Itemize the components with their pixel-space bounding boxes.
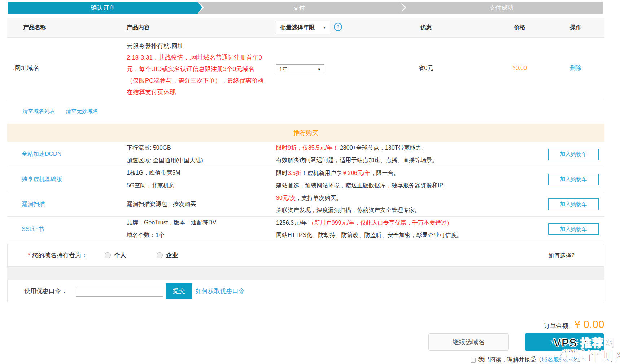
chevron-down-icon: ▼ bbox=[317, 67, 321, 71]
terms-checkbox[interactable] bbox=[471, 358, 476, 363]
promo-line: 限时9折，仅85.5元/年！ 2800+全球节点，130T带宽能力。 bbox=[276, 144, 545, 152]
order-total: 订单金额: ¥ 0.00 bbox=[544, 318, 604, 330]
recommended-row-scan: 漏洞扫描 漏洞扫描资源包：按次购买 30元/次，支持单次购买。 关联资产发现，深… bbox=[7, 192, 604, 217]
clear-invalid-domains-link[interactable]: 清空无效域名 bbox=[66, 108, 98, 115]
radio-icon[interactable] bbox=[105, 252, 111, 258]
order-total-value: ¥ 0.00 bbox=[575, 318, 604, 330]
delete-link[interactable]: 删除 bbox=[558, 64, 594, 72]
promo-segment: 2800+全球节点，130T带宽能力。 bbox=[338, 145, 427, 151]
col-header-discount: 优惠 bbox=[408, 24, 444, 31]
product-promo: 1256.3元/年 （新用户999元/年，仅此入口专享优惠，千万不要错过） 网站… bbox=[276, 216, 545, 242]
product-promo: 限时3.5折！虚机新用户享￥206元/年，限一台。 建站首选，预装网站环境，赠送… bbox=[276, 167, 545, 192]
terms-prefix: 我已阅读，理解并接受〔 bbox=[478, 356, 542, 363]
col-header-product-content: 产品内容 bbox=[127, 24, 150, 31]
order-total-label: 订单金额: bbox=[544, 322, 570, 330]
product-content: 1核1G，峰值带宽5M5G空间，北京机房 bbox=[127, 167, 269, 192]
promo-segment: ！虚机新用户享 bbox=[301, 170, 342, 176]
domain-content-title: 云服务器排行榜.网址 bbox=[127, 40, 266, 52]
domain-product-name: .网址域名 bbox=[13, 37, 39, 99]
promo-segment: 1256.3元/年 bbox=[276, 220, 309, 226]
batch-year-select-value: 批量选择年限 bbox=[280, 24, 315, 31]
col-header-action: 操作 bbox=[558, 24, 594, 31]
product-promo: 限时9折，仅85.5元/年！ 2800+全球节点，130T带宽能力。 有效解决访… bbox=[276, 142, 545, 167]
recommended-banner-title: 推荐购买 bbox=[294, 129, 318, 137]
required-mark: * bbox=[28, 252, 30, 259]
col-header-product-name: 产品名称 bbox=[23, 24, 46, 31]
product-content: 下行流量: 500GB加速区域: 全国通用(中国大陆) bbox=[127, 142, 269, 167]
content-line: 加速区域: 全国通用(中国大陆) bbox=[127, 157, 269, 165]
watermark-youle: 优乐评测网 bbox=[559, 347, 620, 364]
promo-segment: ，支持单次购买。 bbox=[296, 195, 342, 201]
col-header-price: 价格 bbox=[502, 24, 538, 31]
promo-line: 限时3.5折！虚机新用户享￥206元/年，限一台。 bbox=[276, 170, 545, 177]
step-payment: 支付 bbox=[198, 2, 400, 14]
recommended-row-dcdn: 全站加速DCDN 下行流量: 500GB加速区域: 全国通用(中国大陆) 限时9… bbox=[7, 142, 604, 167]
promo-segment: 限时9折，仅85.5元/年！ bbox=[276, 145, 338, 151]
promo-line: 关联资产发现，深度漏洞扫描，你的资产安全管理专家。 bbox=[276, 207, 545, 214]
step-confirm-order: 确认订单 bbox=[8, 2, 198, 14]
clear-domain-list-link[interactable]: 清空域名列表 bbox=[22, 108, 55, 115]
product-link[interactable]: SSL证书 bbox=[22, 216, 44, 242]
promo-segment: 3.5折 bbox=[288, 170, 301, 176]
promo-line: 网站HTTPS化、防劫持、防篡改、防监听、安全加密，彰显企业可信度。 bbox=[276, 232, 545, 239]
coupon-label: 使用优惠口令： bbox=[24, 287, 67, 295]
section-divider bbox=[7, 267, 604, 280]
recommended-row-vhost: 独享虚机基础版 1核1G，峰值带宽5M5G空间，北京机房 限时3.5折！虚机新用… bbox=[7, 167, 604, 192]
promo-line: 30元/次，支持单次购买。 bbox=[276, 194, 545, 202]
recommended-banner: 推荐购买 bbox=[7, 124, 604, 142]
promo-segment: ￥206元/年 bbox=[342, 170, 370, 176]
domain-product-content: 云服务器排行榜.网址 2.18-3.31，共战疫情，.网址域名普通词注册首年0元… bbox=[127, 40, 266, 98]
chevron-down-icon: ▼ bbox=[323, 26, 326, 30]
promo-line: 有效解决访问延迟问题，适用于站点加速、点播、直播等场景。 bbox=[276, 157, 545, 164]
add-to-cart-button[interactable]: 加入购物车 bbox=[548, 174, 599, 185]
radio-option-personal[interactable]: 个人 bbox=[105, 251, 126, 259]
step-payment-success: 支付成功 bbox=[400, 2, 603, 14]
radio-label: 企业 bbox=[166, 251, 178, 259]
clear-links: 清空域名列表 清空无效域名 bbox=[22, 108, 98, 115]
order-confirm-page: 确认订单 支付 支付成功 产品名称 产品内容 批量选择年限 ▼ ? 优惠 价格 … bbox=[0, 0, 620, 364]
table-header: 产品名称 产品内容 批量选择年限 ▼ ? 优惠 价格 操作 bbox=[7, 18, 604, 38]
radio-icon[interactable] bbox=[157, 252, 163, 258]
add-to-cart-button[interactable]: 加入购物车 bbox=[548, 149, 599, 160]
coupon-help-link[interactable]: 如何获取优惠口令 bbox=[196, 287, 245, 295]
how-to-choose-link[interactable]: 如何选择? bbox=[548, 251, 575, 259]
coupon-submit-button[interactable]: 提交 bbox=[166, 283, 192, 299]
product-link[interactable]: 漏洞扫描 bbox=[22, 192, 45, 216]
step-label: 支付 bbox=[293, 4, 305, 12]
step-label: 支付成功 bbox=[489, 4, 514, 12]
holder-label: 您的域名持有者为： bbox=[32, 251, 87, 259]
promo-segment: ，限一台。 bbox=[370, 170, 399, 176]
coupon-input[interactable] bbox=[76, 286, 163, 297]
promo-segment: 限时 bbox=[276, 170, 288, 176]
year-select-value: 1年 bbox=[279, 66, 288, 73]
product-promo: 30元/次，支持单次购买。 关联资产发现，深度漏洞扫描，你的资产安全管理专家。 bbox=[276, 192, 545, 216]
content-line: 域名个数：1个 bbox=[127, 232, 269, 239]
add-to-cart-button[interactable]: 加入购物车 bbox=[548, 223, 599, 235]
batch-year-select[interactable]: 批量选择年限 ▼ bbox=[276, 21, 330, 34]
content-line: 1核1G，峰值带宽5M bbox=[127, 169, 269, 177]
year-select[interactable]: 1年 ▼ bbox=[276, 64, 324, 74]
promo-line: 1256.3元/年 （新用户999元/年，仅此入口专享优惠，千万不要错过） bbox=[276, 219, 545, 227]
product-link[interactable]: 全站加速DCDN bbox=[22, 142, 61, 167]
content-line: 漏洞扫描资源包：按次购买 bbox=[127, 201, 269, 208]
content-line: 下行流量: 500GB bbox=[127, 144, 269, 152]
product-content: 品牌：GeoTrust，版本：通配符DV域名个数：1个 bbox=[127, 216, 269, 242]
promo-segment: 30元/次 bbox=[276, 195, 296, 201]
step-label: 确认订单 bbox=[91, 4, 115, 12]
recommended-row-ssl: SSL证书 品牌：GeoTrust，版本：通配符DV域名个数：1个 1256.3… bbox=[7, 216, 604, 242]
coupon-section: 使用优惠口令： 提交 如何获取优惠口令 bbox=[7, 280, 604, 302]
add-to-cart-button[interactable]: 加入购物车 bbox=[548, 198, 599, 210]
product-link[interactable]: 独享虚机基础版 bbox=[22, 167, 62, 192]
content-line: 品牌：GeoTrust，版本：通配符DV bbox=[127, 219, 269, 227]
product-content: 漏洞扫描资源包：按次购买 bbox=[127, 192, 269, 216]
content-line: 5G空间，北京机房 bbox=[127, 182, 269, 189]
domain-holder-section: * 您的域名持有者为： 个人 企业 如何选择? bbox=[7, 244, 604, 267]
discount-value: 省0元 bbox=[408, 64, 444, 72]
radio-label: 个人 bbox=[114, 251, 126, 259]
domain-promo-text: 2.18-3.31，共战疫情，.网址域名普通词注册首年0元，每个UID或实名认证… bbox=[127, 52, 266, 98]
continue-select-domain-button[interactable]: 继续选域名 bbox=[428, 333, 509, 351]
promo-line: 建站首选，预装网站环境，赠送正版数据库，独享服务器资源和IP。 bbox=[276, 182, 545, 189]
help-icon[interactable]: ? bbox=[334, 23, 342, 31]
promo-segment: （新用户999元/年，仅此入口专享优惠，千万不要错过） bbox=[309, 220, 453, 226]
radio-option-enterprise[interactable]: 企业 bbox=[157, 251, 178, 259]
